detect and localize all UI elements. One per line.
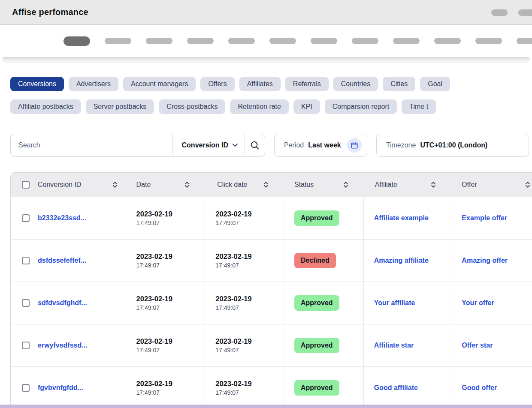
tab-retention-rate[interactable]: Retention rate [230, 99, 289, 114]
tab-cross-postbacks[interactable]: Cross-postbacks [159, 99, 225, 114]
tab-time-t[interactable]: Time t [402, 99, 436, 114]
affiliate-link[interactable]: Affiliate example [374, 214, 429, 222]
row-checkbox[interactable] [22, 214, 30, 222]
nav-placeholder-pill [352, 38, 378, 44]
column-label: Offer [462, 181, 477, 189]
offer-link[interactable]: Your offer [462, 299, 494, 307]
row-checkbox[interactable] [22, 257, 30, 264]
search-input[interactable] [11, 134, 172, 156]
row-checkbox[interactable] [22, 384, 30, 392]
nav-placeholder-pill [393, 38, 420, 44]
date-value: 2023-02-19 [136, 210, 172, 218]
tab-referrals[interactable]: Referrals [285, 77, 329, 91]
period-value: Last week [308, 141, 341, 149]
row-checkbox[interactable] [22, 342, 30, 349]
search-field-select[interactable]: Conversion ID [172, 134, 245, 156]
timezone-value: UTC+01:00 (London) [420, 141, 487, 149]
nav-placeholder-row [0, 25, 532, 57]
column-header-date[interactable]: Date [126, 181, 206, 189]
click-date-value: 2023-02-19 [215, 252, 251, 261]
status-badge: Declined [294, 253, 336, 268]
table-row: fgvbvnfgfdd... 2023-02-1917:49:07 2023-0… [11, 366, 532, 408]
conversion-id-link[interactable]: b2332e23ssd... [38, 214, 86, 222]
sort-icon[interactable] [184, 181, 190, 188]
chevron-down-icon [233, 144, 238, 147]
affiliate-link[interactable]: Your affiliate [374, 299, 415, 307]
offer-link[interactable]: Good offer [462, 384, 497, 392]
tab-account-managers[interactable]: Account managers [123, 77, 196, 91]
conversion-id-link[interactable]: fgvbvnfgfdd... [38, 384, 83, 392]
nav-placeholder-pill [434, 38, 461, 44]
sort-icon[interactable] [263, 181, 269, 188]
status-badge: Approved [294, 380, 339, 396]
click-date-value: 2023-02-19 [215, 295, 251, 303]
offer-link[interactable]: Example offer [462, 214, 507, 222]
column-header-offer[interactable]: Offer [451, 181, 532, 189]
time-value: 17:49:07 [136, 389, 160, 396]
tab-advertisers[interactable]: Advertisers [69, 77, 118, 91]
affiliate-link[interactable]: Amazing affiliate [374, 257, 429, 264]
window-control-pill [491, 9, 508, 16]
time-value: 17:49:07 [136, 219, 160, 226]
tab-countries[interactable]: Countries [333, 77, 378, 91]
time-value: 17:49:07 [136, 347, 160, 354]
tab-affiliates[interactable]: Affiliates [239, 77, 281, 91]
click-date-value: 2023-02-19 [215, 210, 251, 218]
tab-cities[interactable]: Cities [383, 77, 415, 91]
tab-comparsion-report[interactable]: Comparsion report [325, 99, 397, 114]
search-field-value: Conversion ID [182, 141, 228, 149]
conversion-id-link[interactable]: dsfdssefeffef... [38, 257, 86, 264]
sort-icon[interactable] [112, 181, 118, 188]
column-header-click-date[interactable]: Click date [205, 181, 284, 189]
column-label: Date [136, 181, 151, 189]
row-checkbox[interactable] [22, 299, 30, 307]
nav-placeholder-pill [187, 38, 214, 44]
column-label: Affiliate [375, 181, 397, 189]
status-badge: Approved [294, 210, 339, 226]
tab-goal[interactable]: Goal [420, 77, 450, 91]
column-label: Click date [217, 181, 247, 189]
click-date-value: 2023-02-19 [215, 337, 251, 345]
affiliate-link[interactable]: Good affiliate [374, 384, 418, 392]
window-title: Affise perfomance [12, 7, 88, 17]
tab-offers[interactable]: Offers [200, 77, 234, 91]
table-header: Conversion ID Date Click date Status Aff… [11, 173, 532, 197]
click-date-value: 2023-02-19 [215, 380, 251, 388]
column-header-status[interactable]: Status [284, 181, 364, 189]
sort-icon[interactable] [431, 181, 436, 188]
offer-link[interactable]: Amazing offer [462, 257, 508, 264]
nav-placeholder-pill [269, 38, 296, 44]
nav-placeholder-pill [105, 38, 131, 44]
sort-icon[interactable] [343, 181, 348, 188]
table-row: b2332e23ssd... 2023-02-1917:49:07 2023-0… [11, 197, 532, 239]
conversion-id-link[interactable]: erwyfvsdfssd... [38, 342, 88, 349]
column-label: Conversion ID [38, 181, 81, 189]
time-value: 17:49:07 [136, 304, 160, 311]
select-all-checkbox[interactable] [22, 181, 30, 189]
calendar-button[interactable] [347, 138, 362, 153]
date-value: 2023-02-19 [136, 337, 172, 345]
time-value: 17:49:07 [136, 262, 160, 269]
affiliate-link[interactable]: Affiliate star [374, 342, 414, 349]
click-time-value: 17:49:07 [215, 304, 239, 311]
tab-server-postbacks[interactable]: Server postbacks [86, 99, 154, 114]
period-filter[interactable]: Period Last week [274, 134, 367, 157]
column-header-affiliate[interactable]: Affiliate [364, 181, 452, 189]
period-label: Period [284, 141, 304, 149]
conversion-id-link[interactable]: sdfdvsdfghdf... [38, 299, 87, 307]
column-header-conversion-id[interactable]: Conversion ID [11, 181, 126, 189]
report-tabs-row-2: Affiliate postbacks Server postbacks Cro… [10, 99, 532, 114]
offer-link[interactable]: Offer star [462, 342, 493, 349]
click-time-value: 17:49:07 [215, 262, 239, 269]
tab-affiliate-postbacks[interactable]: Affiliate postbacks [10, 99, 81, 114]
nav-placeholder-pill [311, 38, 337, 44]
conversions-table: Conversion ID Date Click date Status Aff… [10, 172, 532, 408]
sort-icon[interactable] [525, 181, 530, 188]
click-time-value: 17:49:07 [215, 389, 239, 396]
search-box: Conversion ID [10, 134, 265, 157]
timezone-filter[interactable]: Timezone UTC+01:00 (London) [376, 134, 529, 157]
search-button[interactable] [245, 134, 265, 156]
tab-kpi[interactable]: KPI [293, 99, 320, 114]
tab-conversions[interactable]: Conversions [10, 77, 64, 91]
nav-placeholder-pill [146, 38, 172, 44]
